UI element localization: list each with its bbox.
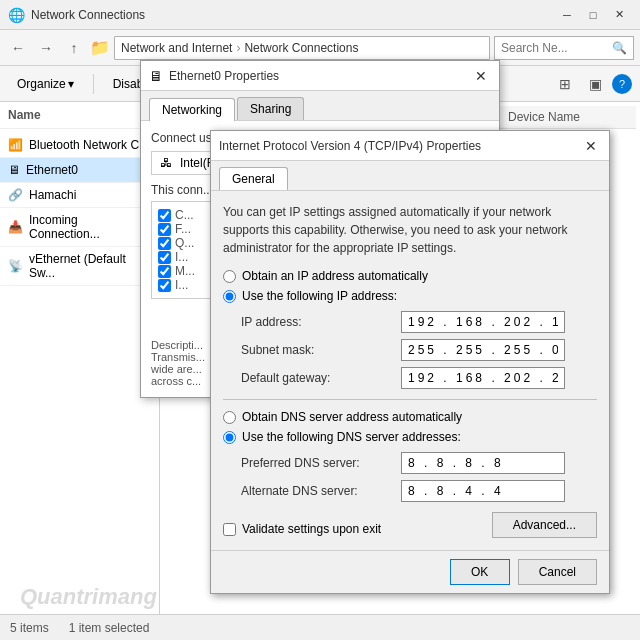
window-title: Network Connections xyxy=(31,8,554,22)
preferred-dns-input[interactable] xyxy=(401,452,565,474)
ip-address-input[interactable] xyxy=(401,311,565,333)
radio-auto-ip-label: Obtain an IP address automatically xyxy=(242,269,428,283)
radio-auto-dns-label: Obtain DNS server address automatically xyxy=(242,410,462,424)
selection-info: 1 item selected xyxy=(69,621,150,635)
view-options-button[interactable]: ⊞ xyxy=(552,71,578,97)
gateway-input[interactable] xyxy=(401,367,565,389)
search-box[interactable]: 🔍 xyxy=(494,36,634,60)
radio-auto-ip-row: Obtain an IP address automatically xyxy=(223,269,597,283)
ipv4-description: You can get IP settings assigned automat… xyxy=(223,203,597,257)
pane-button[interactable]: ▣ xyxy=(582,71,608,97)
tab-sharing[interactable]: Sharing xyxy=(237,97,304,120)
forward-button[interactable]: → xyxy=(34,36,58,60)
sidebar-list: 📶 Bluetooth Network C... 🖥 Ethernet0 🔗 H… xyxy=(0,129,159,290)
search-icon: 🔍 xyxy=(612,41,627,55)
title-bar: 🌐 Network Connections ─ □ ✕ xyxy=(0,0,640,30)
radio-manual-ip-label: Use the following IP address: xyxy=(242,289,397,303)
item-count: 5 items xyxy=(10,621,49,635)
breadcrumb-part2: Network Connections xyxy=(244,41,358,55)
ethernet-dialog-close[interactable]: ✕ xyxy=(471,66,491,86)
window-controls: ─ □ ✕ xyxy=(554,5,632,25)
status-bar: 5 items 1 item selected xyxy=(0,614,640,640)
sidebar-item-hamachi[interactable]: 🔗 Hamachi xyxy=(0,183,159,208)
tab-general[interactable]: General xyxy=(219,167,288,190)
ipv4-dialog-title-bar: Internet Protocol Version 4 (TCP/IPv4) P… xyxy=(211,131,609,161)
gateway-label: Default gateway: xyxy=(241,371,401,385)
sidebar-item-ethernet[interactable]: 🖥 Ethernet0 xyxy=(0,158,159,183)
maximize-button[interactable]: □ xyxy=(580,5,606,25)
ethernet-dialog-title-bar: 🖥 Ethernet0 Properties ✕ xyxy=(141,61,499,91)
tab-networking[interactable]: Networking xyxy=(149,98,235,121)
section-separator xyxy=(223,399,597,400)
toolbar-separator xyxy=(93,74,94,94)
radio-manual-dns[interactable] xyxy=(223,431,236,444)
preferred-dns-row: Preferred DNS server: xyxy=(223,452,597,474)
device-column-header: Device Name xyxy=(508,110,628,124)
ethernet-dialog-tabs: Networking Sharing xyxy=(141,91,499,121)
gateway-row: Default gateway: xyxy=(223,367,597,389)
ethernet-icon: 🖥 xyxy=(8,163,20,177)
advanced-button[interactable]: Advanced... xyxy=(492,512,597,538)
watermark: Quantrimang xyxy=(20,584,157,610)
incoming-icon: 📥 xyxy=(8,220,23,234)
radio-manual-dns-label: Use the following DNS server addresses: xyxy=(242,430,461,444)
sidebar: Name 📶 Bluetooth Network C... 🖥 Ethernet… xyxy=(0,102,160,614)
ok-button[interactable]: OK xyxy=(450,559,510,585)
subnet-mask-label: Subnet mask: xyxy=(241,343,401,357)
radio-auto-dns-row: Obtain DNS server address automatically xyxy=(223,410,597,424)
up-button[interactable]: ↑ xyxy=(62,36,86,60)
breadcrumb-part1: Network and Internet xyxy=(121,41,232,55)
ip-radio-group: Obtain an IP address automatically Use t… xyxy=(223,269,597,303)
subnet-mask-row: Subnet mask: xyxy=(223,339,597,361)
radio-auto-ip[interactable] xyxy=(223,270,236,283)
hamachi-icon: 🔗 xyxy=(8,188,23,202)
ipv4-dialog-content: You can get IP settings assigned automat… xyxy=(211,191,609,550)
ipv4-properties-dialog: Internet Protocol Version 4 (TCP/IPv4) P… xyxy=(210,130,610,594)
ipv4-dialog-title: Internet Protocol Version 4 (TCP/IPv4) P… xyxy=(219,139,581,153)
search-input[interactable] xyxy=(501,41,608,55)
radio-manual-dns-row: Use the following DNS server addresses: xyxy=(223,430,597,444)
sidebar-item-vethernet[interactable]: 📡 vEthernet (Default Sw... xyxy=(0,247,159,286)
sidebar-item-incoming[interactable]: 📥 Incoming Connection... xyxy=(0,208,159,247)
back-button[interactable]: ← xyxy=(6,36,30,60)
bluetooth-icon: 📶 xyxy=(8,138,23,152)
subnet-mask-input[interactable] xyxy=(401,339,565,361)
ethernet-dialog-title: Ethernet0 Properties xyxy=(169,69,471,83)
sidebar-header: Name xyxy=(0,102,159,129)
alternate-dns-label: Alternate DNS server: xyxy=(241,484,401,498)
validate-checkbox[interactable] xyxy=(223,523,236,536)
ipv4-tabs: General xyxy=(211,161,609,191)
radio-auto-dns[interactable] xyxy=(223,411,236,424)
close-button[interactable]: ✕ xyxy=(606,5,632,25)
ipv4-dialog-buttons: OK Cancel xyxy=(211,550,609,593)
help-button[interactable]: ? xyxy=(612,74,632,94)
minimize-button[interactable]: ─ xyxy=(554,5,580,25)
ethernet-dialog-icon: 🖥 xyxy=(149,68,163,84)
radio-manual-ip[interactable] xyxy=(223,290,236,303)
app-icon: 🌐 xyxy=(8,7,25,23)
preferred-dns-label: Preferred DNS server: xyxy=(241,456,401,470)
validate-label: Validate settings upon exit xyxy=(242,522,381,536)
validate-checkbox-row: Validate settings upon exit xyxy=(223,522,381,536)
toolbar-icons: ⊞ ▣ ? xyxy=(552,71,632,97)
radio-manual-ip-row: Use the following IP address: xyxy=(223,289,597,303)
alternate-dns-row: Alternate DNS server: xyxy=(223,480,597,502)
dns-radio-group: Obtain DNS server address automatically … xyxy=(223,410,597,444)
address-box[interactable]: Network and Internet › Network Connectio… xyxy=(114,36,490,60)
network-adapter-icon: 🖧 xyxy=(160,156,172,170)
alternate-dns-input[interactable] xyxy=(401,480,565,502)
ip-address-row: IP address: xyxy=(223,311,597,333)
sidebar-item-bluetooth[interactable]: 📶 Bluetooth Network C... xyxy=(0,133,159,158)
cancel-button[interactable]: Cancel xyxy=(518,559,597,585)
ip-address-label: IP address: xyxy=(241,315,401,329)
vethernet-icon: 📡 xyxy=(8,259,23,273)
organize-button[interactable]: Organize ▾ xyxy=(8,71,83,97)
ipv4-dialog-close[interactable]: ✕ xyxy=(581,136,601,156)
